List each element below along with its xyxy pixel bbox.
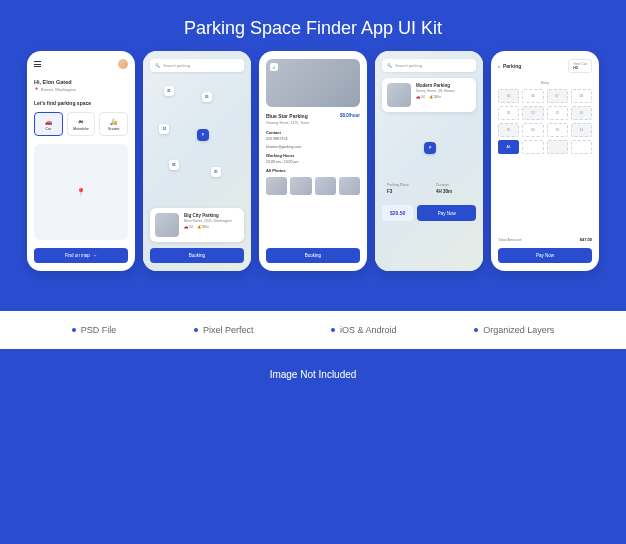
map-view[interactable]: 01 03 10 P 05 01 — [150, 72, 244, 208]
tab-car[interactable]: 🚗 Car — [34, 112, 63, 136]
parking-spot[interactable]: 05 — [498, 89, 519, 103]
screen-map-search: 🔍Search parking 01 03 10 P 05 01 Big Cit… — [143, 51, 251, 271]
pay-now-button[interactable]: Pay Now — [498, 248, 592, 263]
parking-spot[interactable]: 08 — [571, 89, 592, 103]
search-input[interactable]: 🔍Search parking — [382, 59, 476, 72]
parking-spot[interactable] — [522, 140, 543, 154]
parking-address: Main Street, 2345, Washington — [184, 219, 239, 223]
find-on-map-button[interactable]: Find on map→ — [34, 248, 128, 263]
feature-item: PSD File — [72, 325, 117, 335]
entry-label: Entry — [498, 81, 592, 85]
footnote-text: Image Not Included — [0, 369, 626, 380]
screen-booking: 🔍Search parking Modern Parking Sunny Str… — [375, 51, 483, 271]
search-icon: 🔍 — [155, 63, 160, 68]
price-display: $20.50 — [382, 205, 413, 221]
car-count: 🚗 34 — [416, 95, 425, 99]
parking-marker[interactable]: 01 — [211, 167, 221, 177]
parking-marker[interactable]: 05 — [169, 160, 179, 170]
car-icon: 🚗 — [44, 117, 52, 125]
back-icon[interactable]: ‹ — [498, 63, 500, 69]
menu-icon[interactable] — [34, 61, 41, 67]
parking-name: Blue Star Parking — [266, 113, 308, 119]
your-car-badge[interactable]: Your Car H3 — [568, 59, 592, 73]
price-tag: 💰 $8hr — [197, 225, 209, 229]
back-button[interactable]: ‹ — [270, 63, 278, 71]
hours-text: 10.00 am - 10.00 pm — [266, 160, 360, 164]
hours-label: Working Hours — [266, 153, 360, 158]
parking-marker[interactable]: 03 — [202, 92, 212, 102]
duration-box[interactable]: Duration 4H 30m — [431, 178, 476, 199]
parking-spot[interactable]: 13 — [547, 106, 568, 120]
pin-icon: 📍 — [34, 87, 39, 92]
bullet-icon — [194, 328, 198, 332]
parking-spot[interactable]: 12 — [522, 106, 543, 120]
map-pin-icon: 📍 — [76, 188, 86, 197]
booking-button[interactable]: Booking — [150, 248, 244, 263]
photo-thumb[interactable] — [315, 177, 336, 195]
map-view[interactable]: P — [382, 118, 476, 178]
tab-motorbike[interactable]: 🏍 Motorbike — [67, 112, 96, 136]
photo-thumb[interactable] — [339, 177, 360, 195]
place-box[interactable]: Parking Place F3 — [382, 178, 427, 199]
booking-button[interactable]: Booking — [266, 248, 360, 263]
parking-spot[interactable] — [571, 140, 592, 154]
parking-card[interactable]: Modern Parking Sunny Street, 48, Hawaii … — [382, 78, 476, 112]
parking-spot[interactable]: 06 — [522, 89, 543, 103]
contact-label: Contact — [266, 130, 360, 135]
phone-text: 626 988 9753 — [266, 137, 360, 141]
parking-spot[interactable] — [547, 140, 568, 154]
parking-spot[interactable]: 13 — [547, 123, 568, 137]
photos-label: All Photos — [266, 168, 360, 173]
parking-spot-selected[interactable]: A1 — [498, 140, 519, 154]
bullet-icon — [331, 328, 335, 332]
photo-thumb[interactable] — [266, 177, 287, 195]
arrow-icon: → — [93, 253, 98, 258]
motorbike-icon: 🏍 — [77, 117, 85, 125]
screen-spot-picker: ‹ Parking Your Car H3 Entry 05 06 07 08 — [491, 51, 599, 271]
search-icon: 🔍 — [387, 63, 392, 68]
screen-detail: ‹ Blue Star Parking $8.0/hour Grazing St… — [259, 51, 367, 271]
parking-name: Modern Parking — [416, 83, 471, 88]
parking-marker[interactable]: 10 — [159, 124, 169, 134]
email-text: bluestar@parking.com — [266, 145, 360, 149]
hero-image: ‹ — [266, 59, 360, 107]
price-text: $8.0/hour — [340, 113, 360, 118]
mini-map[interactable]: 📍 — [34, 144, 128, 240]
parking-image — [387, 83, 411, 107]
address-text: Grazing Street, 1475, Texas — [266, 121, 360, 125]
parking-spot[interactable]: 14 — [571, 106, 592, 120]
bullet-icon — [474, 328, 478, 332]
total-value: $47.00 — [580, 237, 592, 242]
selected-marker[interactable]: P — [197, 129, 209, 141]
parking-grid: 05 06 07 08 05 12 13 14 05 04 13 — [498, 89, 592, 231]
parking-card[interactable]: Big City Parking Main Street, 2345, Wash… — [150, 208, 244, 242]
feature-item: Organized Layers — [474, 325, 554, 335]
price-tag: 💰 $8hr — [429, 95, 441, 99]
parking-name: Big City Parking — [184, 213, 239, 218]
bullet-icon — [72, 328, 76, 332]
parking-marker[interactable]: 01 — [164, 86, 174, 96]
photo-thumb[interactable] — [290, 177, 311, 195]
screen-title: Parking — [503, 63, 521, 69]
parking-address: Sunny Street, 48, Hawaii — [416, 89, 471, 93]
features-strip: PSD File Pixel Perfect iOS & Android Org… — [0, 311, 626, 349]
parking-spot[interactable]: 04 — [522, 123, 543, 137]
parking-spot[interactable]: 14 — [571, 123, 592, 137]
parking-spot[interactable]: 07 — [547, 89, 568, 103]
feature-item: iOS & Android — [331, 325, 397, 335]
parking-spot[interactable]: 05 — [498, 106, 519, 120]
phone-mockups: Hi, Elon Gated 📍Burnet, Washington Let's… — [0, 51, 626, 271]
car-count: 🚗 34 — [184, 225, 193, 229]
page-title: Parking Space Finder App UI Kit — [0, 0, 626, 51]
search-input[interactable]: 🔍Search parking — [150, 59, 244, 72]
tab-scooter[interactable]: 🛵 Scooter — [99, 112, 128, 136]
selected-marker[interactable]: P — [424, 142, 436, 154]
location-text: 📍Burnet, Washington — [34, 87, 128, 92]
parking-spot[interactable]: 05 — [498, 123, 519, 137]
parking-image — [155, 213, 179, 237]
pay-now-button[interactable]: Pay Now — [417, 205, 476, 221]
screen-home: Hi, Elon Gated 📍Burnet, Washington Let's… — [27, 51, 135, 271]
find-label: Let's find parking space — [34, 100, 128, 106]
feature-item: Pixel Perfect — [194, 325, 254, 335]
avatar[interactable] — [118, 59, 128, 69]
